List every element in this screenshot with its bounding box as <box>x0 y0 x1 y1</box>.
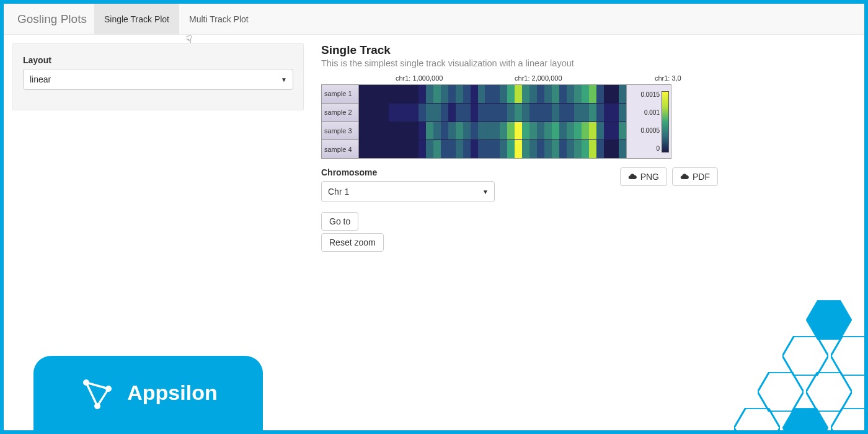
heat-cell <box>485 140 492 158</box>
legend-tick: 0.001 <box>629 109 660 116</box>
heat-cell <box>507 104 515 122</box>
heat-cell <box>529 122 537 140</box>
heat-cell <box>366 122 374 140</box>
heat-cell <box>529 140 537 158</box>
svg-point-1 <box>105 386 112 392</box>
nav-tabs: Single Track Plot Multi Track Plot <box>94 4 259 34</box>
heat-cell <box>396 122 404 140</box>
heat-cell <box>589 104 596 122</box>
heat-cell <box>604 104 611 122</box>
heat-cell <box>389 85 396 103</box>
heat-cell <box>396 85 404 103</box>
heat-cell <box>381 140 389 158</box>
heat-cell <box>544 85 552 103</box>
heat-cell <box>596 122 604 140</box>
heat-cell <box>374 140 381 158</box>
heatmap[interactable] <box>359 85 626 158</box>
heat-cell <box>604 140 611 158</box>
heat-cell <box>492 104 500 122</box>
heat-cell <box>448 85 456 103</box>
row-label: sample 2 <box>322 104 358 122</box>
heat-cell <box>596 140 604 158</box>
heat-cell <box>441 104 448 122</box>
heat-cell <box>515 85 522 103</box>
heat-cell <box>567 122 574 140</box>
chart-area: chr1: 1,000,000 chr1: 2,000,000 chr1: 3,… <box>321 74 671 159</box>
heat-cell <box>396 104 404 122</box>
heat-cell <box>515 122 522 140</box>
chromosome-select[interactable]: Chr 1 <box>321 181 495 202</box>
heat-cell <box>574 85 582 103</box>
heat-cell <box>582 85 589 103</box>
goto-button[interactable]: Go to <box>321 212 358 231</box>
heat-cell <box>567 104 574 122</box>
x-tick: chr1: 2,000,000 <box>515 74 562 82</box>
heat-cell <box>418 122 426 140</box>
heat-cell <box>619 104 626 122</box>
heat-cell <box>500 85 507 103</box>
heat-cell <box>389 140 396 158</box>
legend-tick: 0.0015 <box>629 91 660 98</box>
heat-row <box>359 140 626 158</box>
heat-cell <box>604 122 611 140</box>
heat-cell <box>448 140 456 158</box>
heat-cell <box>418 85 426 103</box>
chart-body[interactable]: sample 1 sample 2 sample 3 sample 4 0.00… <box>321 84 671 159</box>
chart-x-ticks: chr1: 1,000,000 chr1: 2,000,000 chr1: 3,… <box>321 74 671 84</box>
heat-cell <box>478 85 485 103</box>
heat-cell <box>411 85 418 103</box>
heat-cell <box>537 140 544 158</box>
heat-row <box>359 122 626 141</box>
heat-cell <box>500 104 507 122</box>
heat-cell <box>559 140 567 158</box>
heat-cell <box>537 104 544 122</box>
heat-cell <box>485 122 492 140</box>
heat-cell <box>396 140 404 158</box>
download-png-button[interactable]: PNG <box>620 167 667 186</box>
content: Layout linear ▼ Single Track This is the… <box>4 35 864 260</box>
heat-cell <box>411 104 418 122</box>
heat-cell <box>611 122 619 140</box>
heat-cell <box>529 104 537 122</box>
heat-cell <box>559 85 567 103</box>
heat-cell <box>544 140 552 158</box>
heat-cell <box>492 122 500 140</box>
app-brand: Gosling Plots <box>10 12 94 26</box>
heat-cell <box>463 104 471 122</box>
reset-zoom-button[interactable]: Reset zoom <box>321 233 384 252</box>
svg-point-2 <box>94 403 100 409</box>
heat-cell <box>411 140 418 158</box>
tab-single-track-plot[interactable]: Single Track Plot <box>94 4 179 34</box>
layout-select[interactable]: linear <box>23 69 293 90</box>
heat-cell <box>574 122 582 140</box>
heat-cell <box>471 140 478 158</box>
heat-cell <box>529 85 537 103</box>
heat-cell <box>418 140 426 158</box>
heat-cell <box>559 104 567 122</box>
heat-cell <box>389 122 396 140</box>
heat-cell <box>574 140 582 158</box>
heat-cell <box>411 122 418 140</box>
heat-cell <box>611 104 619 122</box>
heat-cell <box>441 85 448 103</box>
heat-cell <box>441 140 448 158</box>
heat-cell <box>381 122 389 140</box>
heat-cell <box>596 104 604 122</box>
track-title: Single Track <box>321 43 856 57</box>
download-buttons: PNG PDF <box>620 167 718 186</box>
svg-point-0 <box>83 379 89 386</box>
heat-cell <box>507 85 515 103</box>
controls-row: Chromosome Chr 1 ▼ Go to Reset zoom PNG … <box>321 167 718 252</box>
heat-cell <box>456 140 463 158</box>
download-pdf-button[interactable]: PDF <box>672 167 718 186</box>
heat-cell <box>374 104 381 122</box>
heat-cell <box>433 140 441 158</box>
heat-cell <box>582 104 589 122</box>
tab-multi-track-plot[interactable]: Multi Track Plot <box>179 4 259 34</box>
row-label: sample 4 <box>322 140 358 158</box>
heat-cell <box>537 122 544 140</box>
heat-cell <box>426 104 433 122</box>
heat-cell <box>404 85 411 103</box>
heat-cell <box>478 104 485 122</box>
row-label: sample 1 <box>322 85 358 104</box>
